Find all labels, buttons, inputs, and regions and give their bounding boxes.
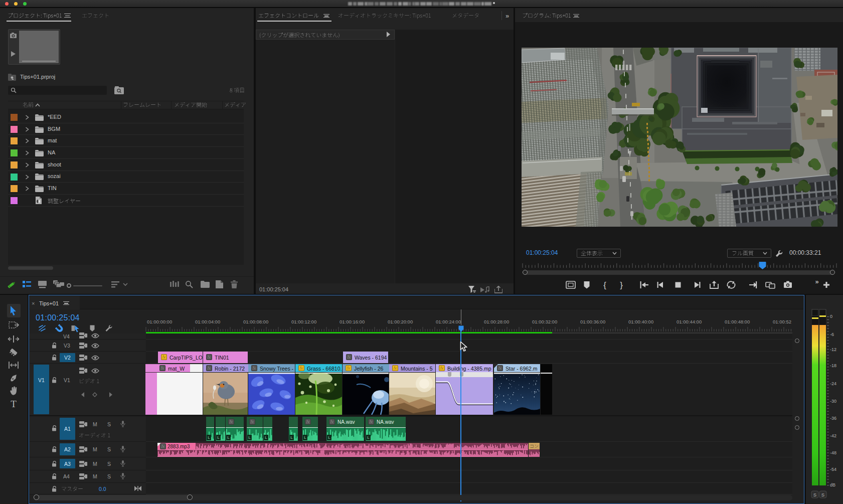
svg-text:-12: -12	[830, 347, 836, 352]
svg-text:}: }	[620, 280, 623, 290]
svg-text:01:00:12:00: 01:00:12:00	[291, 319, 316, 324]
svg-text:01:00:08:00: 01:00:08:00	[243, 319, 268, 324]
svg-text:01:00:36:00: 01:00:36:00	[580, 319, 605, 324]
svg-text:01:00:16:00: 01:00:16:00	[340, 319, 365, 324]
svg-text:»: »	[815, 278, 818, 285]
svg-text:01:00:44:00: 01:00:44:00	[677, 319, 702, 324]
svg-text:01:00:40:00: 01:00:40:00	[628, 319, 653, 324]
svg-text:dB: dB	[830, 482, 835, 487]
svg-text:S: S	[813, 492, 816, 497]
svg-text:01:00:32:00: 01:00:32:00	[532, 319, 557, 324]
svg-text:-24: -24	[830, 381, 836, 386]
svg-text:S: S	[821, 492, 824, 497]
svg-text:01:00:28:00: 01:00:28:00	[484, 319, 509, 324]
svg-text:-6: -6	[830, 332, 834, 337]
svg-text:01:00:00:00: 01:00:00:00	[147, 319, 172, 324]
svg-text:{: {	[603, 280, 606, 290]
svg-text:01:00:20:00: 01:00:20:00	[388, 319, 413, 324]
svg-text:01:00:48:00: 01:00:48:00	[725, 319, 750, 324]
svg-text:01:00:04:00: 01:00:04:00	[195, 319, 220, 324]
svg-text:T: T	[11, 399, 17, 409]
svg-text:-48: -48	[830, 450, 836, 455]
svg-text:-42: -42	[830, 433, 836, 438]
svg-text:-30: -30	[830, 399, 836, 404]
svg-text:-18: -18	[830, 363, 836, 368]
svg-text:-54: -54	[830, 467, 836, 472]
svg-text:01:00:52: 01:00:52	[773, 319, 791, 324]
svg-text:01:00:24:00: 01:00:24:00	[436, 319, 461, 324]
svg-text:-36: -36	[830, 416, 836, 421]
svg-text:0: 0	[830, 314, 832, 319]
